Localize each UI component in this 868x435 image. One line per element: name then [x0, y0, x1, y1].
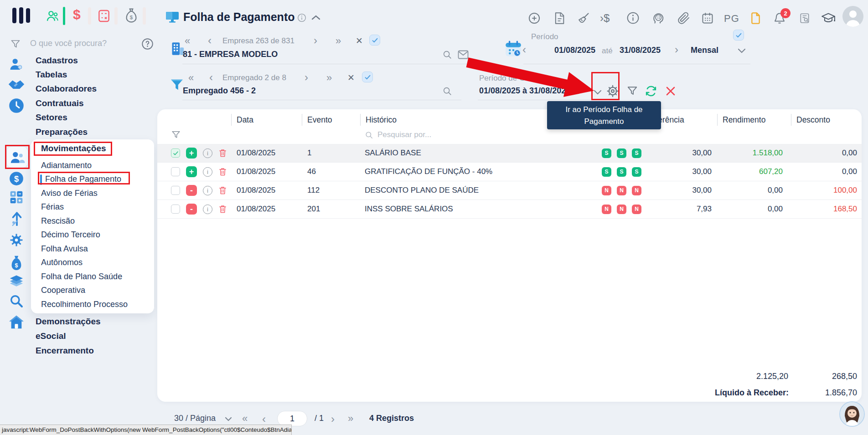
row-delete-icon[interactable]: [218, 205, 227, 214]
broom-icon[interactable]: [577, 12, 590, 25]
table-row[interactable]: - i 01/08/2025 112 DESCONTO PLANO DE SAÚ…: [157, 181, 862, 200]
row-checkbox[interactable]: [171, 167, 180, 176]
prev-page-button[interactable]: ‹: [262, 413, 266, 425]
notifications-bell-icon[interactable]: 2: [773, 12, 786, 25]
sidebar-icon-search[interactable]: [9, 294, 24, 308]
yellow-document-icon[interactable]: [749, 12, 762, 25]
document-icon[interactable]: [553, 12, 565, 25]
period-next-button[interactable]: ›: [675, 43, 678, 56]
currency-conversion-icon[interactable]: ›$: [600, 12, 610, 25]
sidebar-item-folha-plano-saude[interactable]: Folha de Plano Saúde: [31, 270, 154, 284]
company-search-icon[interactable]: [442, 50, 452, 60]
sidebar-item-cadastros[interactable]: Cadastros: [36, 53, 154, 67]
company-first-button[interactable]: «: [185, 35, 190, 47]
sidebar-item-aviso-de-ferias[interactable]: Aviso de Férias: [31, 186, 154, 200]
gestao-value[interactable]: 01/08/2025 à 31/08/2025 ...: [479, 86, 579, 96]
row-checkbox[interactable]: [171, 186, 180, 195]
sidebar-item-rescisao[interactable]: Rescisão: [31, 214, 154, 228]
page-number-input[interactable]: [277, 411, 307, 426]
period-end-date[interactable]: 31/08/2025: [620, 46, 661, 55]
sidebar-icon-employees-active[interactable]: [6, 146, 28, 168]
row-info-icon[interactable]: i: [203, 186, 212, 195]
row-filter-icon[interactable]: [157, 130, 231, 140]
row-info-icon[interactable]: i: [203, 148, 212, 158]
historico-search[interactable]: [360, 130, 601, 139]
gestao-settings-gear-icon[interactable]: [605, 84, 620, 98]
table-row[interactable]: + i 01/08/2025 1 SALÁRIO BASE SSS 30,00 …: [157, 144, 862, 163]
sidebar-item-folha-avulsa[interactable]: Folha Avulsa: [31, 242, 154, 256]
document-search-icon[interactable]: [799, 12, 811, 24]
sidebar-filter-icon[interactable]: [10, 39, 21, 50]
user-avatar[interactable]: [842, 6, 863, 27]
sidebar-item-adiantamento[interactable]: Adiantamento: [31, 159, 154, 173]
period-mode-chevron-icon[interactable]: [738, 48, 746, 54]
table-row[interactable]: - i 01/08/2025 201 INSS SOBRE SALÁRIOS N…: [157, 200, 862, 219]
attachment-icon[interactable]: [677, 12, 690, 25]
pg-icon[interactable]: PG: [724, 13, 739, 25]
period-start-date[interactable]: 01/08/2025: [554, 46, 595, 55]
app-logo[interactable]: [12, 7, 30, 24]
row-checkbox[interactable]: [171, 148, 180, 158]
sidebar-search-input[interactable]: [30, 39, 135, 48]
sidebar-help-icon[interactable]: [141, 38, 154, 50]
company-mail-icon[interactable]: [458, 50, 469, 59]
row-info-icon[interactable]: i: [203, 167, 212, 177]
first-page-button[interactable]: «: [242, 413, 248, 425]
info-icon[interactable]: [626, 11, 640, 25]
gestao-refresh-icon[interactable]: [645, 85, 657, 97]
gestao-filter-icon[interactable]: [626, 85, 638, 97]
ai-assistant-icon[interactable]: [651, 11, 665, 25]
employee-last-button[interactable]: »: [326, 72, 332, 84]
sidebar-item-recolhimento-processo[interactable]: Recolhimento Processo: [31, 297, 154, 312]
company-checkbox[interactable]: [369, 35, 380, 46]
support-avatar[interactable]: [839, 401, 865, 427]
sidebar-icon-clock[interactable]: [8, 97, 25, 114]
next-page-button[interactable]: ›: [331, 413, 335, 425]
sidebar-item-movimentacoes[interactable]: Movimentações: [31, 139, 154, 158]
employee-prev-button[interactable]: ‹: [209, 71, 213, 84]
historico-search-input[interactable]: [377, 130, 505, 139]
sidebar-icon-raise-percent[interactable]: [10, 211, 24, 226]
module-finance-icon[interactable]: $: [73, 7, 81, 22]
sidebar-item-tabelas[interactable]: Tabelas: [36, 67, 154, 82]
row-type-button[interactable]: -: [186, 204, 197, 215]
table-row[interactable]: + i 01/08/2025 46 GRATIFICAÇÃO DE FUNÇÃO…: [157, 163, 862, 181]
company-clear-button[interactable]: ✕: [356, 36, 363, 46]
header-evento[interactable]: Evento: [302, 114, 360, 126]
period-checkbox[interactable]: [733, 30, 744, 41]
employee-clear-button[interactable]: ✕: [347, 72, 355, 83]
row-checkbox[interactable]: [171, 205, 180, 214]
module-moneybag-icon[interactable]: $: [124, 8, 139, 23]
header-rendimento[interactable]: Rendimento: [717, 114, 791, 126]
sidebar-item-folha-de-pagamento[interactable]: Folha de Pagamento: [31, 173, 154, 187]
sidebar-icon-gear[interactable]: [9, 232, 24, 248]
sidebar-item-cooperativa[interactable]: Cooperativa: [31, 284, 154, 298]
title-info-icon[interactable]: [297, 13, 306, 22]
sidebar-item-ferias[interactable]: Férias: [31, 200, 154, 215]
period-prev-button[interactable]: ‹: [522, 43, 526, 56]
module-calculator-icon[interactable]: [97, 9, 111, 23]
period-mode-select[interactable]: Mensal: [691, 46, 718, 55]
row-delete-icon[interactable]: [218, 186, 227, 195]
sidebar-icon-calculator[interactable]: [9, 190, 24, 205]
add-icon[interactable]: [528, 12, 541, 25]
calendar-icon[interactable]: [701, 12, 714, 25]
row-delete-icon[interactable]: [218, 148, 227, 158]
header-data[interactable]: Data: [231, 114, 302, 126]
sidebar-item-esocial[interactable]: eSocial: [36, 329, 154, 343]
sidebar-item-autonomos[interactable]: Autônomos: [31, 256, 154, 270]
page-size-select[interactable]: 30 / Página: [174, 414, 216, 423]
row-info-icon[interactable]: i: [203, 205, 212, 214]
sidebar-item-preparacoes[interactable]: Preparações: [36, 125, 154, 139]
page-size-chevron-icon[interactable]: [225, 417, 232, 422]
sidebar-icon-dollar[interactable]: $: [9, 171, 24, 186]
employee-checkbox[interactable]: [362, 72, 373, 82]
company-prev-button[interactable]: ‹: [208, 34, 212, 47]
last-page-button[interactable]: »: [348, 413, 353, 425]
sidebar-item-contratuais[interactable]: Contratuais: [36, 96, 154, 110]
company-last-button[interactable]: »: [336, 35, 341, 47]
sidebar-item-decimo-terceiro[interactable]: Décimo Terceiro: [31, 228, 154, 242]
sidebar-icon-moneybag[interactable]: $: [9, 255, 24, 271]
employee-first-button[interactable]: «: [188, 72, 194, 84]
sidebar-item-colaboradores[interactable]: Colaboradores: [36, 82, 154, 96]
